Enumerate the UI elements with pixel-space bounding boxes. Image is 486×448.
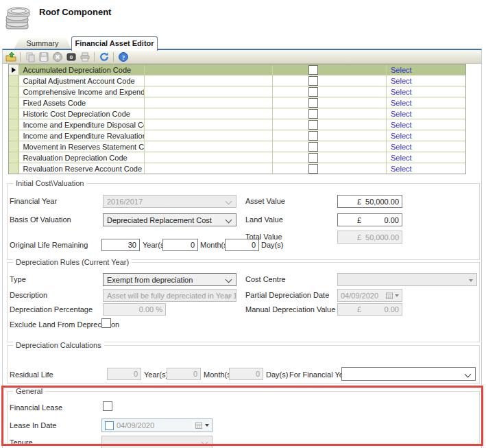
row-value-cell[interactable] (145, 64, 273, 75)
total-value-input[interactable]: £ 50,000.00 (337, 231, 402, 244)
row-checkbox[interactable] (308, 131, 318, 141)
select-link[interactable]: Select (391, 143, 412, 151)
calendar-icon (195, 422, 202, 429)
residual-life-days-input[interactable]: 0 (229, 368, 263, 380)
partial-depreciation-date-label: Partial Depreciation Date (245, 291, 329, 299)
zero-icon[interactable]: 0 (65, 51, 77, 62)
currency-symbol: £ (357, 216, 361, 224)
row-label: Capital Adjustment Account Code (19, 75, 145, 86)
lease-in-date-picker[interactable]: 04/09/2020 (101, 418, 212, 432)
row-value-cell[interactable] (145, 141, 273, 152)
tenure-combo[interactable] (101, 436, 212, 448)
depreciation-percentage-input[interactable]: 0.00 % (103, 303, 166, 316)
row-value-cell[interactable] (145, 108, 273, 119)
row-indicator[interactable] (9, 163, 19, 174)
row-value-cell[interactable] (145, 130, 273, 141)
select-link[interactable]: Select (391, 132, 412, 140)
select-link[interactable]: Select (391, 165, 412, 173)
row-checkbox[interactable] (308, 142, 318, 152)
group-general: General (7, 391, 480, 446)
original-life-months-input[interactable]: 0 (162, 239, 198, 251)
select-link[interactable]: Select (391, 154, 412, 162)
row-indicator[interactable] (9, 86, 19, 97)
svg-text:0: 0 (69, 54, 73, 60)
currency-symbol: £ (357, 198, 361, 206)
table-row: Historic Cost Depreciation Code Select (9, 108, 465, 119)
for-financial-year-combo[interactable] (341, 367, 476, 381)
row-value-cell[interactable] (145, 163, 273, 174)
table-row: Revaluation Reserve Account Code Select (9, 163, 465, 174)
select-link[interactable]: Select (391, 88, 412, 96)
days-unit-label: Day(s) (261, 241, 283, 249)
chevron-down-icon (465, 371, 472, 378)
days-unit-label: Day(s) (266, 370, 288, 379)
row-indicator[interactable] (9, 130, 19, 141)
chevron-down-icon (226, 276, 232, 283)
residual-life-years-input[interactable]: 0 (107, 368, 141, 380)
row-checkbox[interactable] (308, 109, 318, 119)
select-link[interactable]: Select (391, 66, 412, 74)
toolbar-separator (20, 52, 21, 62)
row-label: Comprehensive Income and Expenditure Ac (19, 86, 145, 97)
residual-life-months-input[interactable]: 0 (167, 368, 201, 380)
financial-year-combo[interactable]: 2016/2017 (103, 195, 236, 208)
row-label: Revaluation Depreciation Code (19, 152, 145, 163)
financial-year-label: Financial Year (10, 197, 57, 205)
row-value-cell[interactable] (145, 75, 273, 86)
land-value-input[interactable]: £ 0.00 (337, 213, 402, 226)
save-icon[interactable] (38, 51, 49, 62)
type-combo[interactable]: Exempt from depreciation (103, 273, 236, 286)
row-value-cell[interactable] (145, 86, 273, 97)
row-indicator[interactable] (9, 119, 19, 130)
row-checkbox[interactable] (308, 76, 318, 86)
current-row-indicator[interactable] (9, 64, 19, 75)
row-indicator[interactable] (9, 108, 19, 119)
account-codes-grid: Accumulated Depreciation Code Select Cap… (8, 64, 466, 174)
table-row: Movement in Reserves Statement Code Sele… (9, 141, 465, 152)
basis-of-valuation-combo[interactable]: Depreciated Replacement Cost (103, 213, 236, 226)
original-life-years-input[interactable]: 30 (101, 239, 140, 251)
tab-financial-asset-editor[interactable]: Financial Asset Editor (71, 36, 158, 51)
row-checkbox[interactable] (308, 153, 318, 163)
cost-centre-combo[interactable] (337, 273, 477, 286)
row-label: Fixed Assets Code (19, 97, 145, 108)
exclude-land-checkbox[interactable] (101, 318, 111, 328)
row-indicator[interactable] (9, 75, 19, 86)
print-icon[interactable] (79, 51, 90, 62)
row-checkbox[interactable] (308, 120, 318, 130)
row-value-cell[interactable] (145, 97, 273, 108)
select-link[interactable]: Select (391, 110, 412, 118)
asset-value-input[interactable]: £ 50,000.00 (337, 195, 402, 208)
select-link[interactable]: Select (391, 77, 412, 85)
select-link[interactable]: Select (391, 99, 412, 107)
row-checkbox[interactable] (308, 87, 318, 97)
group-title: Depreciation Calculations (13, 341, 104, 349)
row-label: Revaluation Reserve Account Code (19, 163, 145, 174)
row-indicator[interactable] (9, 97, 19, 108)
help-icon[interactable]: ? (117, 51, 129, 62)
partial-depreciation-date-picker[interactable]: 04/09/2020 (337, 289, 402, 302)
manual-depreciation-value-input[interactable]: £ 0.00 (337, 303, 402, 316)
row-checkbox[interactable] (308, 98, 318, 108)
svg-text:?: ? (121, 54, 125, 61)
table-row: Capital Adjustment Account Code Select (9, 75, 465, 86)
row-value-cell[interactable] (145, 152, 273, 163)
row-label: Income and Expenditure Revaluation Code (19, 130, 145, 141)
financial-lease-checkbox[interactable] (103, 401, 112, 411)
row-indicator[interactable] (9, 152, 19, 163)
toolbar-separator (113, 52, 114, 62)
row-value-cell[interactable] (145, 119, 273, 130)
delete-icon[interactable] (51, 51, 63, 62)
refresh-icon[interactable] (98, 51, 110, 62)
row-checkbox[interactable] (308, 164, 318, 174)
description-combo[interactable]: Asset will be fully depreciated in Year … (103, 289, 236, 302)
row-checkbox[interactable] (308, 65, 318, 75)
chevron-down-icon (202, 439, 208, 446)
open-folder-icon[interactable] (5, 51, 16, 62)
row-indicator[interactable] (9, 141, 19, 152)
tab-summary[interactable]: Summary (14, 38, 71, 49)
lease-in-date-label: Lease In Date (10, 421, 57, 429)
copy-icon[interactable] (24, 51, 36, 62)
lease-in-date-enable-checkbox[interactable] (105, 421, 114, 430)
select-link[interactable]: Select (391, 121, 412, 129)
